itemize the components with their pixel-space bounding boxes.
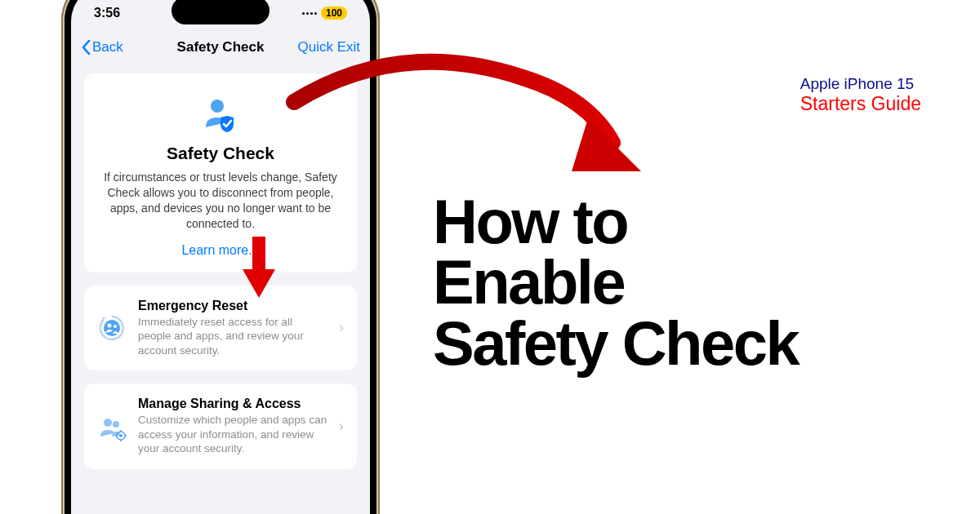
- phone-screen: 3:56 100 Back Safety Check Quick Exit: [71, 0, 370, 514]
- headline-line1: How to: [433, 192, 798, 252]
- back-label: Back: [92, 39, 123, 55]
- headline-line3: Safety Check: [433, 313, 798, 374]
- svg-point-7: [119, 434, 122, 437]
- svg-point-0: [211, 100, 224, 113]
- manage-sharing-description: Customize which people and apps can acce…: [138, 413, 327, 456]
- emergency-reset-card[interactable]: Emergency Reset Immediately reset access…: [84, 286, 357, 371]
- chevron-left-icon: [81, 39, 91, 55]
- headline: How to Enable Safety Check: [433, 192, 798, 374]
- emergency-reset-title: Emergency Reset: [138, 299, 327, 313]
- chevron-right-icon: ›: [339, 418, 344, 435]
- nav-bar: Back Safety Check Quick Exit: [71, 29, 370, 65]
- guide-subtitle: Starters Guide: [800, 93, 921, 115]
- dynamic-island: [172, 0, 270, 24]
- iphone-mockup: 3:56 100 Back Safety Check Quick Exit: [61, 0, 380, 514]
- manage-sharing-card[interactable]: Manage Sharing & Access Customize which …: [84, 383, 357, 469]
- quick-exit-button[interactable]: Quick Exit: [297, 39, 360, 55]
- content-area: Safety Check If circumstances or trust l…: [71, 65, 370, 490]
- manage-sharing-title: Manage Sharing & Access: [138, 397, 327, 411]
- headline-line2: Enable: [433, 252, 798, 312]
- chevron-right-icon: ›: [339, 319, 344, 336]
- hero-description: If circumstances or trust levels change,…: [97, 170, 344, 232]
- nav-title: Safety Check: [177, 39, 265, 55]
- learn-more-link[interactable]: Learn more...: [97, 243, 344, 258]
- hero-title: Safety Check: [97, 144, 344, 163]
- manage-sharing-icon: [97, 412, 127, 441]
- status-right: 100: [302, 7, 347, 20]
- signal-icon: [302, 12, 317, 15]
- svg-point-5: [113, 421, 119, 428]
- svg-point-4: [104, 419, 112, 427]
- safety-check-icon: [201, 95, 240, 134]
- battery-badge: 100: [321, 7, 347, 20]
- back-button[interactable]: Back: [81, 39, 123, 55]
- guide-label: Apple iPhone 15 Starters Guide: [800, 75, 921, 115]
- safety-check-hero-card: Safety Check If circumstances or trust l…: [84, 73, 357, 273]
- status-time: 3:56: [94, 6, 120, 20]
- svg-point-2: [108, 323, 112, 327]
- emergency-reset-description: Immediately reset access for all people …: [138, 315, 327, 358]
- guide-device: Apple iPhone 15: [800, 75, 921, 93]
- svg-point-3: [114, 325, 117, 328]
- emergency-reset-icon: [97, 313, 127, 343]
